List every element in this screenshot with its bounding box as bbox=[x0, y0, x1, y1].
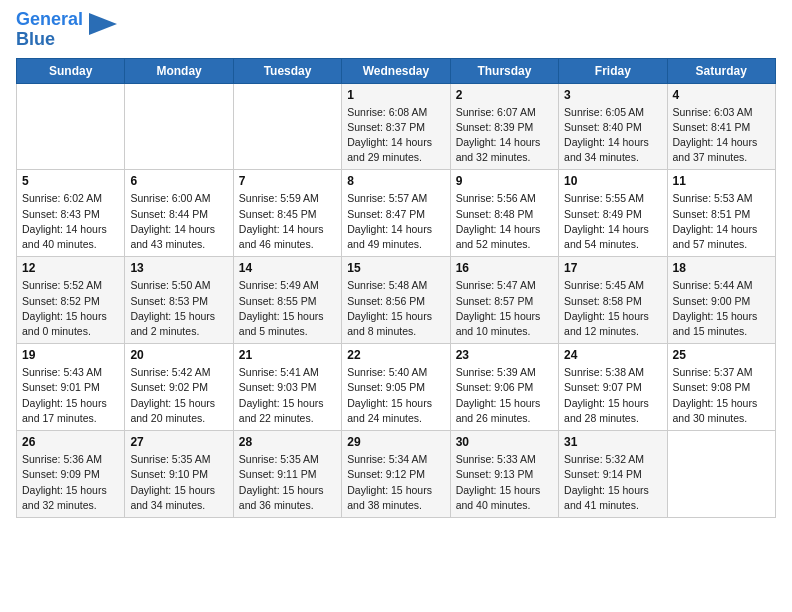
calendar-cell: 20Sunrise: 5:42 AM Sunset: 9:02 PM Dayli… bbox=[125, 344, 233, 431]
day-info: Sunrise: 6:03 AM Sunset: 8:41 PM Dayligh… bbox=[673, 105, 770, 166]
day-info: Sunrise: 5:40 AM Sunset: 9:05 PM Dayligh… bbox=[347, 365, 444, 426]
day-number: 25 bbox=[673, 348, 770, 362]
day-info: Sunrise: 6:02 AM Sunset: 8:43 PM Dayligh… bbox=[22, 191, 119, 252]
day-number: 15 bbox=[347, 261, 444, 275]
day-number: 23 bbox=[456, 348, 553, 362]
calendar-cell: 4Sunrise: 6:03 AM Sunset: 8:41 PM Daylig… bbox=[667, 83, 775, 170]
day-number: 20 bbox=[130, 348, 227, 362]
day-number: 6 bbox=[130, 174, 227, 188]
day-info: Sunrise: 5:43 AM Sunset: 9:01 PM Dayligh… bbox=[22, 365, 119, 426]
calendar-table: SundayMondayTuesdayWednesdayThursdayFrid… bbox=[16, 58, 776, 518]
day-info: Sunrise: 5:53 AM Sunset: 8:51 PM Dayligh… bbox=[673, 191, 770, 252]
day-info: Sunrise: 5:59 AM Sunset: 8:45 PM Dayligh… bbox=[239, 191, 336, 252]
day-number: 16 bbox=[456, 261, 553, 275]
weekday-header: Saturday bbox=[667, 58, 775, 83]
calendar-cell: 7Sunrise: 5:59 AM Sunset: 8:45 PM Daylig… bbox=[233, 170, 341, 257]
calendar-body: 1Sunrise: 6:08 AM Sunset: 8:37 PM Daylig… bbox=[17, 83, 776, 517]
day-number: 28 bbox=[239, 435, 336, 449]
weekday-header: Wednesday bbox=[342, 58, 450, 83]
logo-icon bbox=[89, 13, 117, 35]
calendar-cell: 3Sunrise: 6:05 AM Sunset: 8:40 PM Daylig… bbox=[559, 83, 667, 170]
calendar-cell: 31Sunrise: 5:32 AM Sunset: 9:14 PM Dayli… bbox=[559, 431, 667, 518]
calendar-cell: 2Sunrise: 6:07 AM Sunset: 8:39 PM Daylig… bbox=[450, 83, 558, 170]
day-info: Sunrise: 5:44 AM Sunset: 9:00 PM Dayligh… bbox=[673, 278, 770, 339]
calendar-week-row: 5Sunrise: 6:02 AM Sunset: 8:43 PM Daylig… bbox=[17, 170, 776, 257]
calendar-header: SundayMondayTuesdayWednesdayThursdayFrid… bbox=[17, 58, 776, 83]
calendar-cell bbox=[17, 83, 125, 170]
day-info: Sunrise: 5:48 AM Sunset: 8:56 PM Dayligh… bbox=[347, 278, 444, 339]
day-info: Sunrise: 5:49 AM Sunset: 8:55 PM Dayligh… bbox=[239, 278, 336, 339]
day-number: 7 bbox=[239, 174, 336, 188]
calendar-cell: 8Sunrise: 5:57 AM Sunset: 8:47 PM Daylig… bbox=[342, 170, 450, 257]
calendar-cell: 15Sunrise: 5:48 AM Sunset: 8:56 PM Dayli… bbox=[342, 257, 450, 344]
day-info: Sunrise: 5:45 AM Sunset: 8:58 PM Dayligh… bbox=[564, 278, 661, 339]
calendar-cell: 24Sunrise: 5:38 AM Sunset: 9:07 PM Dayli… bbox=[559, 344, 667, 431]
day-info: Sunrise: 5:52 AM Sunset: 8:52 PM Dayligh… bbox=[22, 278, 119, 339]
day-number: 3 bbox=[564, 88, 661, 102]
svg-marker-0 bbox=[89, 13, 117, 35]
weekday-header: Thursday bbox=[450, 58, 558, 83]
day-info: Sunrise: 5:32 AM Sunset: 9:14 PM Dayligh… bbox=[564, 452, 661, 513]
day-number: 24 bbox=[564, 348, 661, 362]
day-info: Sunrise: 5:36 AM Sunset: 9:09 PM Dayligh… bbox=[22, 452, 119, 513]
calendar-cell bbox=[233, 83, 341, 170]
page: GeneralBlue SundayMondayTuesdayWednesday… bbox=[0, 0, 792, 534]
day-info: Sunrise: 5:42 AM Sunset: 9:02 PM Dayligh… bbox=[130, 365, 227, 426]
calendar-cell: 29Sunrise: 5:34 AM Sunset: 9:12 PM Dayli… bbox=[342, 431, 450, 518]
day-number: 8 bbox=[347, 174, 444, 188]
calendar-cell: 10Sunrise: 5:55 AM Sunset: 8:49 PM Dayli… bbox=[559, 170, 667, 257]
weekday-header: Friday bbox=[559, 58, 667, 83]
calendar-week-row: 26Sunrise: 5:36 AM Sunset: 9:09 PM Dayli… bbox=[17, 431, 776, 518]
day-info: Sunrise: 6:07 AM Sunset: 8:39 PM Dayligh… bbox=[456, 105, 553, 166]
day-info: Sunrise: 5:56 AM Sunset: 8:48 PM Dayligh… bbox=[456, 191, 553, 252]
day-number: 26 bbox=[22, 435, 119, 449]
calendar-cell bbox=[125, 83, 233, 170]
day-info: Sunrise: 5:39 AM Sunset: 9:06 PM Dayligh… bbox=[456, 365, 553, 426]
day-number: 2 bbox=[456, 88, 553, 102]
day-number: 30 bbox=[456, 435, 553, 449]
calendar-cell: 30Sunrise: 5:33 AM Sunset: 9:13 PM Dayli… bbox=[450, 431, 558, 518]
calendar-cell: 21Sunrise: 5:41 AM Sunset: 9:03 PM Dayli… bbox=[233, 344, 341, 431]
calendar-cell: 28Sunrise: 5:35 AM Sunset: 9:11 PM Dayli… bbox=[233, 431, 341, 518]
day-number: 31 bbox=[564, 435, 661, 449]
calendar-cell: 12Sunrise: 5:52 AM Sunset: 8:52 PM Dayli… bbox=[17, 257, 125, 344]
day-info: Sunrise: 5:35 AM Sunset: 9:10 PM Dayligh… bbox=[130, 452, 227, 513]
day-info: Sunrise: 5:55 AM Sunset: 8:49 PM Dayligh… bbox=[564, 191, 661, 252]
day-number: 19 bbox=[22, 348, 119, 362]
logo-text: GeneralBlue bbox=[16, 10, 83, 50]
calendar-cell: 1Sunrise: 6:08 AM Sunset: 8:37 PM Daylig… bbox=[342, 83, 450, 170]
day-number: 10 bbox=[564, 174, 661, 188]
day-number: 18 bbox=[673, 261, 770, 275]
calendar-cell: 22Sunrise: 5:40 AM Sunset: 9:05 PM Dayli… bbox=[342, 344, 450, 431]
calendar-cell: 13Sunrise: 5:50 AM Sunset: 8:53 PM Dayli… bbox=[125, 257, 233, 344]
day-info: Sunrise: 6:05 AM Sunset: 8:40 PM Dayligh… bbox=[564, 105, 661, 166]
day-number: 12 bbox=[22, 261, 119, 275]
calendar-cell: 14Sunrise: 5:49 AM Sunset: 8:55 PM Dayli… bbox=[233, 257, 341, 344]
calendar-cell: 27Sunrise: 5:35 AM Sunset: 9:10 PM Dayli… bbox=[125, 431, 233, 518]
calendar-cell: 9Sunrise: 5:56 AM Sunset: 8:48 PM Daylig… bbox=[450, 170, 558, 257]
day-info: Sunrise: 5:34 AM Sunset: 9:12 PM Dayligh… bbox=[347, 452, 444, 513]
day-number: 4 bbox=[673, 88, 770, 102]
calendar-week-row: 1Sunrise: 6:08 AM Sunset: 8:37 PM Daylig… bbox=[17, 83, 776, 170]
day-info: Sunrise: 5:50 AM Sunset: 8:53 PM Dayligh… bbox=[130, 278, 227, 339]
day-info: Sunrise: 5:33 AM Sunset: 9:13 PM Dayligh… bbox=[456, 452, 553, 513]
day-number: 9 bbox=[456, 174, 553, 188]
weekday-header: Monday bbox=[125, 58, 233, 83]
logo: GeneralBlue bbox=[16, 10, 117, 50]
weekday-row: SundayMondayTuesdayWednesdayThursdayFrid… bbox=[17, 58, 776, 83]
day-info: Sunrise: 5:41 AM Sunset: 9:03 PM Dayligh… bbox=[239, 365, 336, 426]
calendar-week-row: 19Sunrise: 5:43 AM Sunset: 9:01 PM Dayli… bbox=[17, 344, 776, 431]
day-number: 14 bbox=[239, 261, 336, 275]
day-info: Sunrise: 6:08 AM Sunset: 8:37 PM Dayligh… bbox=[347, 105, 444, 166]
calendar-cell: 23Sunrise: 5:39 AM Sunset: 9:06 PM Dayli… bbox=[450, 344, 558, 431]
calendar-cell: 19Sunrise: 5:43 AM Sunset: 9:01 PM Dayli… bbox=[17, 344, 125, 431]
calendar-cell: 17Sunrise: 5:45 AM Sunset: 8:58 PM Dayli… bbox=[559, 257, 667, 344]
day-info: Sunrise: 5:47 AM Sunset: 8:57 PM Dayligh… bbox=[456, 278, 553, 339]
day-number: 22 bbox=[347, 348, 444, 362]
day-number: 29 bbox=[347, 435, 444, 449]
calendar-cell: 11Sunrise: 5:53 AM Sunset: 8:51 PM Dayli… bbox=[667, 170, 775, 257]
day-number: 11 bbox=[673, 174, 770, 188]
day-info: Sunrise: 5:35 AM Sunset: 9:11 PM Dayligh… bbox=[239, 452, 336, 513]
day-info: Sunrise: 5:37 AM Sunset: 9:08 PM Dayligh… bbox=[673, 365, 770, 426]
day-number: 17 bbox=[564, 261, 661, 275]
